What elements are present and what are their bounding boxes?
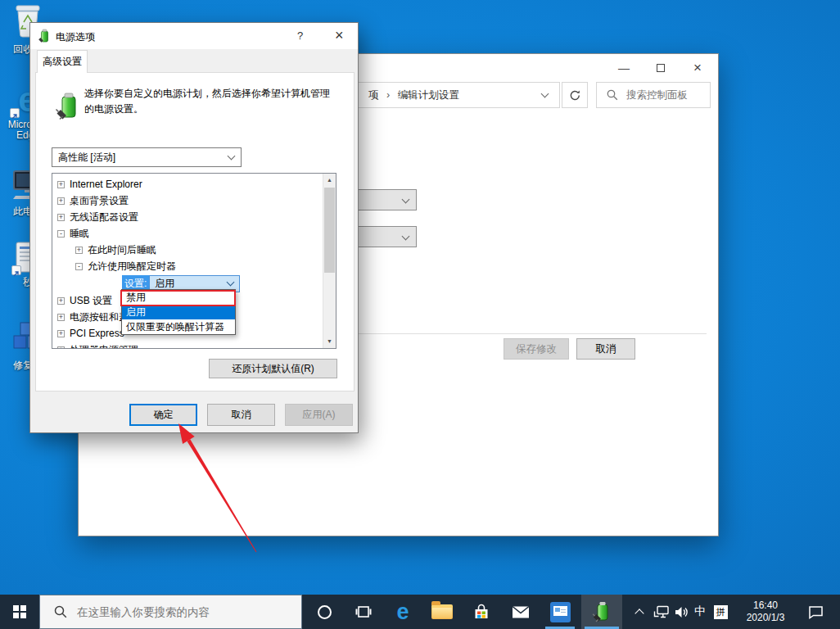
tree-item[interactable]: -睡眠	[52, 225, 323, 242]
minimize-button[interactable]: —	[612, 59, 636, 77]
edge-icon: e	[396, 600, 409, 624]
address-dropdown-icon[interactable]	[541, 90, 549, 98]
search-input[interactable]	[625, 88, 707, 102]
breadcrumb: 项 › 编辑计划设置	[368, 88, 459, 102]
battery-plug-icon	[55, 92, 81, 123]
scroll-up-icon[interactable]: ▲	[323, 174, 336, 187]
network-icon	[653, 605, 669, 618]
file-explorer-button[interactable]	[424, 595, 460, 629]
tray-expand-button[interactable]	[629, 595, 650, 629]
refresh-button[interactable]	[562, 82, 588, 108]
tray-date: 2020/1/3	[747, 612, 785, 624]
store-icon	[472, 603, 490, 621]
dialog-description: 选择你要自定义的电源计划，然后选择你希望计算机管理 的电源设置。	[84, 86, 330, 117]
expand-icon[interactable]: +	[57, 346, 65, 350]
cortana-button[interactable]	[306, 595, 342, 629]
tab-advanced-settings[interactable]: 高级设置	[37, 50, 88, 73]
expand-icon[interactable]: +	[75, 247, 83, 254]
maximize-icon	[657, 64, 665, 72]
taskbar-search-input[interactable]	[75, 605, 288, 619]
refresh-icon	[569, 89, 581, 102]
maximize-button[interactable]	[648, 59, 673, 77]
cancel-button[interactable]: 取消	[207, 404, 275, 426]
tree-item[interactable]: +Internet Explorer	[52, 176, 323, 192]
taskbar-search[interactable]	[39, 595, 302, 629]
power-options-taskbar-button[interactable]	[581, 595, 622, 629]
scrollbar[interactable]: ▲ ▼	[323, 174, 336, 348]
action-center-button[interactable]	[799, 595, 832, 629]
shortcut-arrow-icon	[11, 265, 21, 275]
collapse-icon[interactable]: -	[57, 230, 65, 238]
store-button[interactable]	[463, 595, 499, 629]
ime-mode-button[interactable]: 拼	[711, 595, 730, 629]
save-changes-button: 保存修改	[504, 338, 569, 360]
search-icon	[607, 89, 618, 101]
folder-icon	[431, 604, 453, 619]
task-view-button[interactable]	[345, 595, 382, 629]
dropdown-option-enable[interactable]: 启用	[122, 305, 235, 319]
pinyin-indicator: 拼	[714, 605, 728, 619]
dialog-close-button[interactable]: ×	[335, 27, 344, 44]
scrollbar-thumb[interactable]	[324, 188, 335, 273]
task-view-icon	[355, 605, 372, 618]
action-center-icon	[808, 605, 824, 619]
setting-dropdown-list: 禁用 启用 仅限重要的唤醒计算器	[121, 289, 236, 335]
taskbar: e	[0, 595, 840, 629]
expand-icon[interactable]: +	[57, 297, 65, 305]
chevron-up-icon	[635, 609, 644, 618]
help-button[interactable]: ?	[297, 29, 303, 42]
scroll-down-icon[interactable]: ▼	[323, 335, 336, 348]
ime-language-button[interactable]: 中	[690, 595, 710, 629]
dropdown-option-disable[interactable]: 禁用	[122, 290, 235, 305]
expand-icon[interactable]: +	[57, 197, 65, 205]
expand-icon[interactable]: +	[57, 330, 65, 337]
battery-plug-icon	[592, 600, 612, 624]
dialog-title: 电源选项	[56, 30, 95, 44]
power-options-icon	[38, 29, 51, 43]
volume-tray-button[interactable]	[671, 595, 692, 629]
tree-item[interactable]: -允许使用唤醒定时器	[52, 258, 323, 274]
network-tray-button[interactable]	[650, 595, 671, 629]
mail-button[interactable]	[503, 595, 539, 629]
expand-icon[interactable]: +	[57, 214, 65, 221]
expand-icon[interactable]: +	[57, 314, 65, 321]
breadcrumb-separator-icon: ›	[382, 89, 395, 101]
cortana-icon	[318, 605, 332, 619]
collapse-icon[interactable]: -	[75, 263, 83, 270]
dropdown-option-important-only[interactable]: 仅限重要的唤醒计算器	[122, 319, 235, 334]
photos-app-icon	[550, 602, 571, 622]
tree-item[interactable]: +在此时间后睡眠	[52, 242, 323, 258]
start-button[interactable]	[0, 595, 39, 629]
power-plan-select[interactable]: 高性能 [活动]	[52, 147, 242, 167]
control-panel-search[interactable]	[596, 82, 711, 108]
mail-icon	[512, 605, 530, 619]
window-cancel-button[interactable]: 取消	[576, 338, 635, 360]
search-icon	[54, 605, 67, 618]
expand-icon[interactable]: +	[57, 181, 65, 188]
edge-button[interactable]: e	[385, 595, 421, 629]
tree-item[interactable]: +无线适配器设置	[52, 209, 323, 225]
restore-defaults-button[interactable]: 还原计划默认值(R)	[209, 359, 337, 378]
ok-button[interactable]: 确定	[129, 404, 197, 426]
speaker-icon	[675, 606, 689, 618]
photos-app-button[interactable]	[542, 595, 578, 629]
breadcrumb-item[interactable]: 编辑计划设置	[398, 89, 459, 101]
apply-button: 应用(A)	[285, 404, 353, 426]
clock[interactable]: 16:40 2020/1/3	[734, 595, 797, 629]
tray-time: 16:40	[747, 600, 785, 612]
power-options-dialog: 电源选项 ? × 高级设置 选择你要自定义的电源计划，然后选择你希望计算机管理 …	[29, 22, 359, 433]
desktop: 回收站 e Microsoft Edge 此电脑	[0, 0, 840, 629]
tree-item[interactable]: +桌面背景设置	[52, 192, 323, 209]
tree-item[interactable]: +处理器电源管理	[52, 342, 323, 349]
shortcut-arrow-icon	[10, 108, 20, 118]
windows-logo-icon	[13, 605, 26, 618]
close-button[interactable]: ×	[685, 59, 710, 77]
dialog-titlebar: 电源选项 ? ×	[30, 23, 358, 49]
